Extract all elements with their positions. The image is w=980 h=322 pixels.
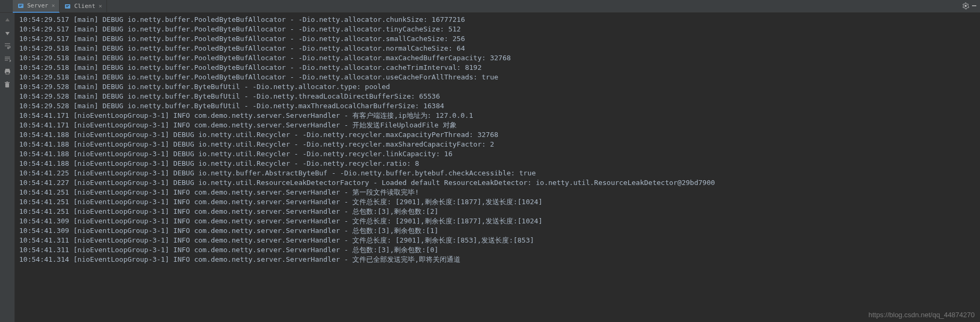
console-line: 10:54:29.517 [main] DEBUG io.netty.buffe… — [19, 15, 976, 25]
svg-rect-2 — [19, 6, 21, 6]
svg-rect-4 — [66, 5, 69, 6]
console-line: 10:54:41.251 [nioEventLoopGroup-3-1] INF… — [19, 207, 976, 216]
console-line: 10:54:41.314 [nioEventLoopGroup-3-1] INF… — [19, 255, 976, 264]
gutter — [0, 13, 15, 322]
scroll-to-end-icon[interactable] — [3, 54, 12, 63]
console-line: 10:54:29.528 [main] DEBUG io.netty.buffe… — [19, 101, 976, 111]
console-line: 10:54:41.188 [nioEventLoopGroup-3-1] DEB… — [19, 149, 976, 159]
svg-rect-11 — [5, 82, 10, 83]
console-line: 10:54:29.518 [main] DEBUG io.netty.buffe… — [19, 73, 976, 82]
console-line: 10:54:41.309 [nioEventLoopGroup-3-1] INF… — [19, 226, 976, 236]
console-line: 10:54:41.188 [nioEventLoopGroup-3-1] DEB… — [19, 130, 976, 140]
tab-bar: Server × Client × — [0, 0, 980, 13]
console-line: 10:54:29.528 [main] DEBUG io.netty.buffe… — [19, 92, 976, 101]
console-line: 10:54:29.518 [main] DEBUG io.netty.buffe… — [19, 53, 976, 63]
console-line: 10:54:41.188 [nioEventLoopGroup-3-1] DEB… — [19, 159, 976, 168]
svg-rect-7 — [5, 69, 10, 70]
gear-icon[interactable] — [962, 2, 969, 11]
tab-server[interactable]: Server × — [13, 0, 60, 13]
console-line: 10:54:29.528 [main] DEBUG io.netty.buffe… — [19, 82, 976, 92]
console-line: 10:54:29.518 [main] DEBUG io.netty.buffe… — [19, 63, 976, 73]
console-line: 10:54:41.311 [nioEventLoopGroup-3-1] INF… — [19, 236, 976, 245]
console-output[interactable]: 10:54:29.517 [main] DEBUG io.netty.buffe… — [15, 13, 980, 322]
scroll-up-icon[interactable] — [3, 16, 12, 25]
svg-rect-6 — [972, 5, 976, 6]
minimize-icon[interactable] — [970, 2, 978, 11]
console-line: 10:54:41.171 [nioEventLoopGroup-3-1] INF… — [19, 120, 976, 130]
svg-rect-12 — [6, 82, 8, 82]
console-line: 10:54:41.225 [nioEventLoopGroup-3-1] DEB… — [19, 168, 976, 178]
watermark: https://blog.csdn.net/qq_44874270 — [869, 311, 975, 319]
scroll-down-icon[interactable] — [3, 29, 12, 37]
main-area: 10:54:29.517 [main] DEBUG io.netty.buffe… — [0, 13, 980, 322]
tab-label: Client — [74, 3, 95, 10]
console-line: 10:54:29.517 [main] DEBUG io.netty.buffe… — [19, 34, 976, 44]
console-line: 10:54:29.518 [main] DEBUG io.netty.buffe… — [19, 44, 976, 53]
svg-rect-9 — [6, 72, 9, 74]
console-line: 10:54:41.227 [nioEventLoopGroup-3-1] DEB… — [19, 178, 976, 188]
console-line: 10:54:29.517 [main] DEBUG io.netty.buffe… — [19, 25, 976, 34]
close-icon[interactable]: × — [98, 3, 102, 10]
run-config-icon — [17, 2, 24, 10]
console-line: 10:54:41.171 [nioEventLoopGroup-3-1] INF… — [19, 111, 976, 120]
svg-rect-1 — [19, 5, 22, 5]
run-config-icon — [64, 3, 71, 10]
console-line: 10:54:41.251 [nioEventLoopGroup-3-1] INF… — [19, 197, 976, 207]
tab-label: Server — [27, 2, 48, 9]
console-line: 10:54:41.309 [nioEventLoopGroup-3-1] INF… — [19, 216, 976, 226]
close-icon[interactable]: × — [52, 2, 55, 9]
tab-client[interactable]: Client × — [60, 0, 106, 13]
svg-rect-5 — [66, 6, 68, 7]
svg-rect-10 — [5, 83, 9, 87]
console-line: 10:54:41.188 [nioEventLoopGroup-3-1] DEB… — [19, 140, 976, 149]
soft-wrap-icon[interactable] — [3, 42, 12, 50]
console-line: 10:54:41.311 [nioEventLoopGroup-3-1] INF… — [19, 245, 976, 255]
trash-icon[interactable] — [3, 80, 12, 88]
console-line: 10:54:41.251 [nioEventLoopGroup-3-1] INF… — [19, 188, 976, 197]
print-icon[interactable] — [3, 67, 12, 76]
